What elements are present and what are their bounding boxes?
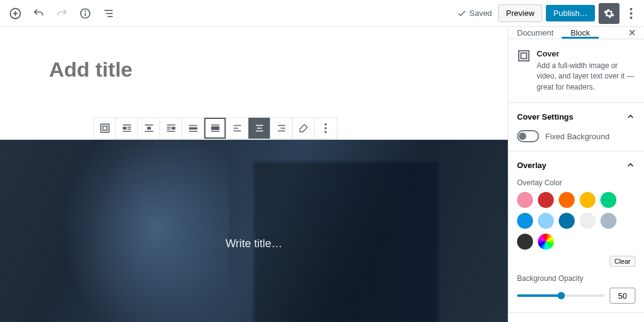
color-swatch[interactable] [538,192,554,208]
color-swatch[interactable] [580,192,596,208]
panel-overlay: Overlay Overlay Color Clear Background O… [508,151,644,313]
saved-status: Saved [457,9,492,18]
cover-block[interactable]: Write title… [0,139,508,322]
preview-button[interactable]: Preview [498,4,542,22]
color-swatch[interactable] [517,234,533,250]
align-center-button[interactable] [138,118,160,139]
post-title-input[interactable] [49,58,459,82]
panel-cover-settings: Cover Settings Fixed Background [508,103,644,151]
undo-button[interactable] [28,3,49,24]
svg-point-43 [324,127,327,129]
custom-color-swatch[interactable] [538,234,554,250]
color-swatch[interactable] [517,213,533,229]
block-navigation-button[interactable] [98,3,119,24]
panel-toggle-overlay[interactable]: Overlay [508,151,644,178]
block-toolbar [93,117,337,139]
svg-rect-19 [145,125,153,126]
tab-document[interactable]: Document [508,27,562,39]
fixed-background-label: Fixed Background [545,132,610,141]
svg-rect-17 [127,129,131,130]
tab-block[interactable]: Block [562,27,599,39]
svg-rect-31 [211,126,220,130]
color-swatch[interactable] [538,213,554,229]
block-description: Add a full-width image or video, and lay… [537,61,635,93]
svg-point-9 [630,8,632,10]
background-opacity-label: Background Opacity [517,274,635,283]
edit-media-button[interactable] [293,118,315,139]
fixed-background-toggle[interactable] [517,130,539,142]
align-left-button[interactable] [116,118,138,139]
svg-rect-46 [521,53,526,58]
svg-rect-26 [167,131,175,132]
svg-point-44 [324,131,327,133]
panel-toggle-advanced[interactable]: Advanced [508,313,644,322]
svg-rect-12 [101,124,109,132]
block-name: Cover [537,49,635,58]
align-right-button[interactable] [160,118,182,139]
svg-rect-15 [123,127,126,130]
svg-rect-20 [147,127,151,130]
block-switcher-button[interactable] [94,118,116,139]
svg-rect-32 [211,131,220,132]
svg-rect-16 [127,127,131,128]
svg-point-11 [630,17,632,19]
editor-canvas: Write title… [0,27,508,322]
opacity-input[interactable] [610,288,635,304]
opacity-slider[interactable] [517,294,605,297]
svg-rect-13 [102,126,107,131]
svg-rect-25 [167,129,171,130]
overlay-color-label: Overlay Color [517,178,635,187]
color-swatch[interactable] [559,192,575,208]
cover-title-placeholder[interactable]: Write title… [226,237,283,250]
cover-block-icon [517,49,531,63]
chevron-up-icon [626,160,635,170]
svg-rect-45 [519,51,529,61]
svg-rect-28 [189,128,197,130]
svg-point-10 [630,12,632,15]
chevron-up-icon [626,112,635,121]
info-button[interactable] [75,3,96,24]
svg-rect-14 [123,125,131,126]
text-align-center-button[interactable] [248,118,270,139]
text-align-right-button[interactable] [270,118,293,139]
svg-rect-24 [167,127,171,128]
overlay-color-swatches [517,192,635,250]
color-swatch[interactable] [517,192,533,208]
svg-rect-21 [145,131,153,132]
svg-rect-27 [189,125,197,126]
settings-sidebar: Document Block ✕ Cover Add a full-width … [508,27,644,322]
settings-toggle-button[interactable] [599,3,619,24]
color-swatch[interactable] [600,192,616,208]
svg-rect-18 [123,131,131,132]
sidebar-tabs: Document Block ✕ [508,27,644,39]
publish-button[interactable]: Publish… [546,5,595,21]
svg-rect-29 [189,131,197,132]
block-description-panel: Cover Add a full-width image or video, a… [508,39,644,103]
color-swatch[interactable] [600,213,616,229]
panel-toggle-cover-settings[interactable]: Cover Settings [508,103,644,130]
svg-point-5 [85,10,86,11]
close-sidebar-button[interactable]: ✕ [619,27,644,39]
topbar-right-tools: Saved Preview Publish… [457,3,639,24]
add-block-button[interactable] [5,3,26,24]
svg-rect-22 [167,125,175,126]
svg-point-42 [324,123,327,126]
align-wide-button[interactable] [182,118,204,139]
svg-rect-30 [211,125,220,126]
align-full-button[interactable] [204,118,226,139]
saved-label: Saved [469,9,492,18]
more-menu-button[interactable] [623,3,639,24]
svg-rect-23 [171,127,175,130]
text-align-left-button[interactable] [226,118,248,139]
editor-topbar: Saved Preview Publish… [0,0,644,27]
clear-color-button[interactable]: Clear [610,256,635,267]
color-swatch[interactable] [580,213,596,229]
topbar-left-tools [5,3,119,24]
redo-button[interactable] [52,3,72,24]
color-swatch[interactable] [559,213,575,229]
panel-advanced: Advanced [508,313,644,322]
block-more-options-button[interactable] [315,118,337,139]
